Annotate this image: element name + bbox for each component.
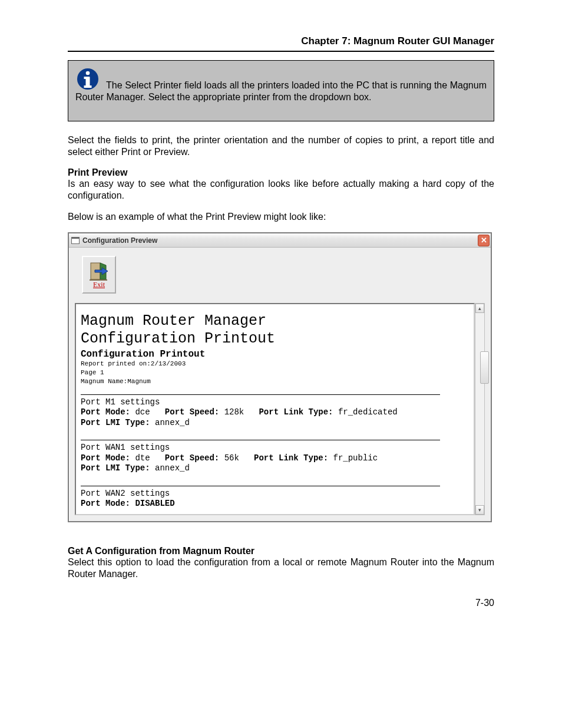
report-page: Page 1 — [81, 368, 469, 377]
section-divider — [81, 394, 440, 395]
window-title: Configuration Preview — [82, 236, 157, 245]
config-preview-window: Configuration Preview ✕ Exit Magnum Rout… — [68, 232, 492, 522]
close-icon: ✕ — [481, 236, 487, 244]
chapter-title: Chapter 7: Magnum Router GUI Manager — [68, 35, 494, 47]
titlebar[interactable]: Configuration Preview ✕ — [69, 233, 491, 248]
preview-viewport: Magnum Router Manager Configuration Prin… — [75, 303, 485, 515]
section-divider — [81, 440, 440, 440]
section-heading: Port M1 settings — [81, 397, 469, 408]
report-date: Report printed on:2/13/2003 — [81, 360, 469, 368]
vertical-scrollbar[interactable]: ▴ ▾ — [475, 303, 485, 515]
page-number: 7-30 — [68, 598, 494, 608]
get-config-paragraph: Select this option to load the configura… — [68, 556, 494, 580]
toolbar: Exit — [69, 248, 491, 303]
print-preview-heading: Print Preview — [68, 167, 494, 178]
svg-point-1 — [86, 71, 90, 75]
info-text: The Select Printer field loads all the p… — [75, 80, 487, 102]
chevron-up-icon: ▴ — [478, 305, 481, 311]
preview-body: Magnum Router Manager Configuration Prin… — [75, 303, 475, 515]
scroll-thumb[interactable] — [480, 351, 489, 384]
print-preview-paragraph: Is an easy way to see what the configura… — [68, 178, 494, 202]
section-divider — [81, 486, 440, 486]
info-icon — [75, 67, 100, 91]
exit-button[interactable]: Exit — [82, 256, 116, 294]
get-config-heading: Get A Configuration from Magnum Router — [68, 546, 494, 556]
exit-door-icon — [89, 261, 109, 282]
preview-subtitle: Configuration Printout — [81, 349, 469, 360]
scroll-up-button[interactable]: ▴ — [475, 304, 484, 313]
scroll-down-button[interactable]: ▾ — [475, 505, 484, 515]
preview-title-line1: Magnum Router Manager — [81, 312, 469, 330]
section-line: Port LMI Type: annex_d — [81, 418, 469, 429]
section-line: Port LMI Type: annex_d — [81, 463, 469, 474]
example-intro: Below is an example of what the Print Pr… — [68, 211, 494, 223]
section-line: Port Mode: DISABLED — [81, 499, 469, 509]
magnum-name: Magnum Name:Magnum — [81, 377, 469, 386]
preview-title-line2: Configuration Printout — [81, 330, 469, 348]
section-heading: Port WAN2 settings — [81, 489, 469, 499]
info-callout: The Select Printer field loads all the p… — [68, 60, 494, 121]
svg-rect-4 — [84, 85, 92, 88]
header-rule — [68, 51, 494, 52]
chevron-down-icon: ▾ — [478, 507, 481, 513]
section-line: Port Mode: dte Port Speed: 56k Port Link… — [81, 453, 469, 464]
svg-rect-3 — [84, 77, 88, 79]
exit-label: Exit — [93, 281, 105, 289]
section-heading: Port WAN1 settings — [81, 443, 469, 453]
window-icon — [71, 237, 80, 244]
intro-paragraph: Select the fields to print, the printer … — [68, 134, 494, 158]
section-line: Port Mode: dce Port Speed: 128k Port Lin… — [81, 407, 469, 418]
close-button[interactable]: ✕ — [478, 235, 490, 246]
